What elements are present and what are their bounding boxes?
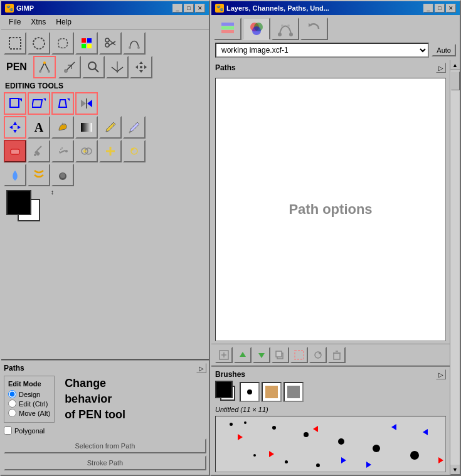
scroll-thumb[interactable] bbox=[451, 71, 460, 90]
brush-preview-dot[interactable] bbox=[240, 382, 260, 402]
tab-layers[interactable] bbox=[214, 18, 241, 40]
tool-eyedropper[interactable] bbox=[28, 140, 50, 162]
tool-eraser[interactable] bbox=[4, 140, 26, 162]
gimp-left-panel: 🐾 GIMP _ □ ✕ File Xtns Help bbox=[0, 0, 210, 476]
tool-shear[interactable] bbox=[28, 92, 50, 115]
tool-path[interactable] bbox=[123, 32, 146, 55]
svg-marker-26 bbox=[139, 61, 143, 64]
right-content: Paths ▷ Path options bbox=[211, 60, 460, 475]
right-close-btn[interactable]: ✕ bbox=[446, 4, 456, 13]
scroll-down-btn[interactable]: ▼ bbox=[450, 465, 460, 475]
menu-bar: File Xtns Help bbox=[1, 15, 209, 29]
menu-xtns[interactable]: Xtns bbox=[26, 16, 51, 28]
foreground-color[interactable] bbox=[6, 190, 31, 215]
brushes-arrow[interactable]: ▷ bbox=[436, 369, 446, 379]
svg-point-7 bbox=[105, 43, 109, 47]
editing-tools-label: EDITING TOOLS bbox=[4, 81, 65, 91]
svg-rect-4 bbox=[82, 44, 86, 48]
paths-section-header: Paths ▷ bbox=[211, 60, 450, 75]
paths-right-arrow[interactable]: ▷ bbox=[436, 63, 446, 73]
tab-undo[interactable] bbox=[300, 18, 328, 40]
tool-dodge[interactable] bbox=[4, 164, 26, 186]
tool-zoom[interactable] bbox=[82, 56, 105, 78]
tool-pencil[interactable] bbox=[99, 116, 122, 139]
right-minimize-btn[interactable]: _ bbox=[423, 4, 433, 13]
tool-scissors[interactable] bbox=[99, 32, 122, 55]
tool-measure[interactable] bbox=[58, 56, 81, 78]
change-behavior-text: Change behavior of PEN tool bbox=[65, 376, 125, 426]
tool-compass[interactable] bbox=[106, 56, 129, 78]
svg-point-30 bbox=[140, 66, 142, 68]
menu-file[interactable]: File bbox=[4, 16, 26, 28]
filename-dropdown[interactable]: working image.xcf-1 bbox=[215, 43, 429, 58]
radio-edit-input[interactable] bbox=[8, 399, 16, 408]
swap-colors-icon[interactable]: ↕ bbox=[51, 189, 54, 196]
path-down-btn[interactable] bbox=[253, 347, 270, 363]
svg-point-54 bbox=[59, 151, 60, 152]
tab-paths[interactable] bbox=[272, 18, 299, 40]
brushes-previews bbox=[215, 381, 446, 403]
brushes-fg-color[interactable] bbox=[215, 381, 233, 398]
path-delete-btn[interactable] bbox=[328, 347, 346, 363]
svg-point-16 bbox=[48, 70, 50, 73]
brush-preview-gray[interactable] bbox=[283, 382, 304, 402]
tool-paintbrush[interactable] bbox=[123, 116, 146, 139]
tool-perspective[interactable] bbox=[51, 92, 74, 115]
tool-bucket[interactable] bbox=[51, 116, 74, 139]
stroke-path-btn[interactable]: Stroke Path bbox=[4, 455, 206, 470]
color-selector[interactable]: ↕ bbox=[4, 188, 54, 225]
svg-marker-28 bbox=[135, 65, 138, 69]
gimp-right-panel: 🐾 Layers, Channels, Paths, Und... _ □ ✕ bbox=[210, 0, 461, 476]
maximize-btn[interactable]: □ bbox=[184, 4, 194, 13]
tool-smudge[interactable] bbox=[28, 164, 50, 186]
svg-rect-66 bbox=[221, 23, 234, 26]
tool-transform[interactable] bbox=[4, 92, 26, 115]
tool-flip[interactable] bbox=[75, 92, 98, 115]
path-selection-btn[interactable] bbox=[290, 347, 308, 363]
tab-channels[interactable] bbox=[243, 18, 270, 40]
close-btn[interactable]: ✕ bbox=[195, 4, 205, 13]
svg-line-49 bbox=[37, 146, 41, 151]
scroll-up-btn[interactable]: ▲ bbox=[450, 60, 460, 70]
svg-marker-35 bbox=[59, 100, 66, 107]
tool-pen-design[interactable] bbox=[33, 56, 56, 78]
svg-point-71 bbox=[289, 33, 293, 36]
right-title-icon: 🐾 bbox=[215, 4, 224, 13]
svg-point-55 bbox=[61, 147, 63, 149]
svg-marker-36 bbox=[67, 98, 70, 101]
brush-preview-orange[interactable] bbox=[262, 382, 282, 402]
tool-star[interactable] bbox=[75, 32, 98, 55]
auto-btn[interactable]: Auto bbox=[432, 44, 456, 56]
brushes-title: Brushes bbox=[215, 370, 245, 379]
minimize-btn[interactable]: _ bbox=[172, 4, 183, 13]
selection-from-path-btn[interactable]: Selection from Path bbox=[4, 438, 206, 453]
tool-text[interactable]: A bbox=[28, 116, 50, 139]
tool-heal[interactable] bbox=[99, 140, 122, 162]
tool-move2[interactable] bbox=[4, 116, 26, 139]
tool-rect-select[interactable] bbox=[4, 32, 26, 55]
tool-airbrush[interactable] bbox=[51, 140, 74, 162]
svg-line-24 bbox=[112, 67, 117, 71]
tool-convolve[interactable] bbox=[123, 140, 146, 162]
tool-move[interactable] bbox=[130, 56, 152, 78]
path-up-btn[interactable] bbox=[234, 347, 252, 363]
tool-blend[interactable] bbox=[75, 116, 98, 139]
radio-edit-label: Edit (Ctrl) bbox=[19, 400, 48, 408]
tool-ellipse-select[interactable] bbox=[28, 32, 50, 55]
paths-panel-arrow[interactable]: ▷ bbox=[196, 363, 206, 373]
radio-design-input[interactable] bbox=[8, 390, 16, 398]
polygonal-checkbox[interactable] bbox=[4, 426, 12, 435]
tool-lasso[interactable] bbox=[51, 32, 74, 55]
pen-label: PEN bbox=[4, 60, 29, 74]
tool-clone[interactable] bbox=[75, 140, 98, 162]
tool-sharpen[interactable] bbox=[51, 164, 74, 186]
path-duplicate-btn[interactable] bbox=[272, 347, 289, 363]
radio-move-input[interactable] bbox=[8, 409, 16, 417]
right-maximize-btn[interactable]: □ bbox=[435, 4, 445, 13]
brush-dot-7 bbox=[410, 451, 419, 460]
menu-help[interactable]: Help bbox=[51, 16, 77, 28]
path-paint-btn[interactable] bbox=[309, 347, 327, 363]
path-new-btn[interactable] bbox=[215, 347, 233, 363]
svg-point-53 bbox=[60, 149, 61, 150]
radio-move-label: Move (Alt) bbox=[19, 410, 50, 417]
